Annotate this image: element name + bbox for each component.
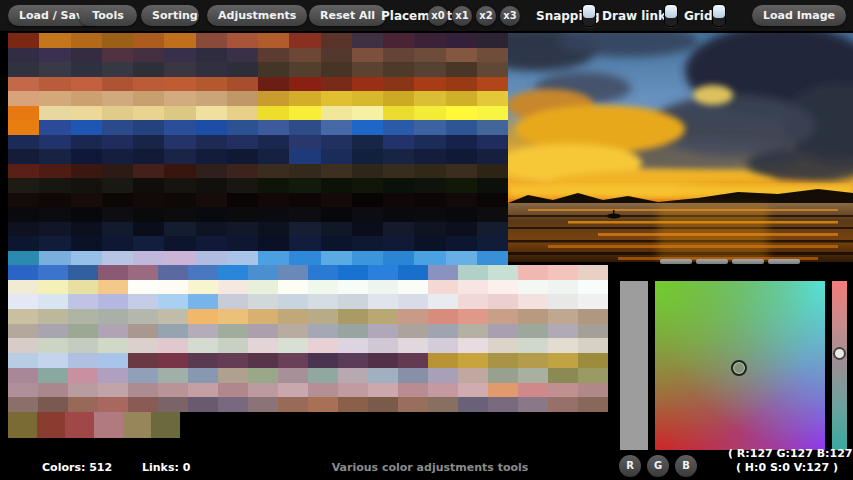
palette-cell[interactable] <box>578 353 608 368</box>
palette-cell[interactable] <box>578 294 608 309</box>
palette-cell[interactable] <box>321 207 352 222</box>
adjustments-button[interactable]: Adjustments <box>207 5 307 26</box>
palette-cell[interactable] <box>477 48 508 63</box>
palette-cell[interactable] <box>446 236 477 251</box>
palette-cell[interactable] <box>289 106 320 121</box>
palette-cell[interactable] <box>383 207 414 222</box>
palette-cell[interactable] <box>289 193 320 208</box>
palette-cell[interactable] <box>278 294 308 309</box>
palette-cell[interactable] <box>258 178 289 193</box>
palette-cell[interactable] <box>383 193 414 208</box>
palette-cell[interactable] <box>338 397 368 412</box>
palette-cell[interactable] <box>308 383 338 398</box>
palette-cell[interactable] <box>196 178 227 193</box>
palette-cell[interactable] <box>488 280 518 295</box>
palette-cell[interactable] <box>218 265 248 280</box>
palette-cell[interactable] <box>414 48 445 63</box>
palette-cell[interactable] <box>164 178 195 193</box>
palette-cell[interactable] <box>477 193 508 208</box>
palette-cell[interactable] <box>278 324 308 339</box>
palette-cell[interactable] <box>128 309 158 324</box>
palette-cell[interactable] <box>38 353 68 368</box>
palette-cell[interactable] <box>218 383 248 398</box>
palette-cell[interactable] <box>227 193 258 208</box>
palette-cell[interactable] <box>164 91 195 106</box>
palette-cell[interactable] <box>68 368 98 383</box>
palette-cell[interactable] <box>308 280 338 295</box>
palette-cell[interactable] <box>477 62 508 77</box>
palette-cell[interactable] <box>39 178 70 193</box>
palette-cell[interactable] <box>321 135 352 150</box>
palette-cell[interactable] <box>196 77 227 92</box>
placement-x2-button[interactable]: x2 <box>476 6 496 26</box>
palette-cell[interactable] <box>321 77 352 92</box>
sorting-button[interactable]: Sorting <box>141 5 199 26</box>
palette-cell[interactable] <box>128 397 158 412</box>
palette-cell[interactable] <box>428 383 458 398</box>
palette-cell[interactable] <box>428 397 458 412</box>
palette-cell[interactable] <box>133 33 164 48</box>
palette-cell[interactable] <box>196 106 227 121</box>
palette-cell[interactable] <box>248 280 278 295</box>
palette-cell[interactable] <box>321 222 352 237</box>
palette-cell[interactable] <box>488 294 518 309</box>
palette-cell[interactable] <box>488 265 518 280</box>
palette-cell[interactable] <box>98 397 128 412</box>
palette-cell[interactable] <box>39 193 70 208</box>
palette-cell[interactable] <box>578 324 608 339</box>
palette-cell[interactable] <box>289 135 320 150</box>
palette-cell[interactable] <box>352 193 383 208</box>
palette-cell[interactable] <box>278 353 308 368</box>
palette-cell[interactable] <box>383 135 414 150</box>
palette-cell[interactable] <box>8 236 39 251</box>
palette-cell[interactable] <box>227 164 258 179</box>
palette-cell[interactable] <box>278 338 308 353</box>
palette-cell[interactable] <box>338 353 368 368</box>
palette-cell[interactable] <box>458 309 488 324</box>
palette-cell[interactable] <box>133 149 164 164</box>
palette-cell[interactable] <box>548 309 578 324</box>
palette-cell[interactable] <box>414 207 445 222</box>
palette-cell[interactable] <box>71 33 102 48</box>
palette-cell[interactable] <box>398 324 428 339</box>
palette-cell[interactable] <box>102 91 133 106</box>
palette-cell[interactable] <box>8 294 38 309</box>
palette-cell[interactable] <box>321 149 352 164</box>
palette-cell[interactable] <box>39 251 70 266</box>
palette-cell[interactable] <box>8 251 39 266</box>
palette-cell[interactable] <box>368 280 398 295</box>
palette-cell[interactable] <box>98 383 128 398</box>
palette-cell[interactable] <box>128 383 158 398</box>
palette-cell[interactable] <box>8 338 38 353</box>
palette-cell[interactable] <box>258 62 289 77</box>
palette-cell[interactable] <box>218 280 248 295</box>
palette-cell[interactable] <box>71 236 102 251</box>
palette-cell[interactable] <box>196 120 227 135</box>
palette-cell[interactable] <box>258 251 289 266</box>
loaded-image-preview[interactable] <box>508 33 853 262</box>
palette-cell[interactable] <box>196 91 227 106</box>
palette-cell[interactable] <box>71 178 102 193</box>
palette-cell[interactable] <box>102 48 133 63</box>
palette-cell[interactable] <box>227 236 258 251</box>
palette-cell[interactable] <box>38 309 68 324</box>
palette-cell[interactable] <box>383 178 414 193</box>
palette-cell[interactable] <box>289 33 320 48</box>
palette-cell[interactable] <box>128 265 158 280</box>
palette-cell[interactable] <box>338 280 368 295</box>
palette-cell[interactable] <box>98 309 128 324</box>
palette-cell[interactable] <box>98 294 128 309</box>
palette-cell[interactable] <box>258 33 289 48</box>
palette-cell[interactable] <box>548 294 578 309</box>
palette-cell[interactable] <box>196 193 227 208</box>
palette-cell[interactable] <box>258 106 289 121</box>
palette-cell[interactable] <box>368 265 398 280</box>
palette-cell[interactable] <box>477 222 508 237</box>
palette-cell[interactable] <box>338 338 368 353</box>
palette-cell[interactable] <box>196 222 227 237</box>
palette-cell[interactable] <box>518 338 548 353</box>
palette-cell[interactable] <box>227 207 258 222</box>
palette-cell[interactable] <box>39 120 70 135</box>
palette-cell[interactable] <box>289 164 320 179</box>
image-pager-bar[interactable] <box>696 259 728 264</box>
